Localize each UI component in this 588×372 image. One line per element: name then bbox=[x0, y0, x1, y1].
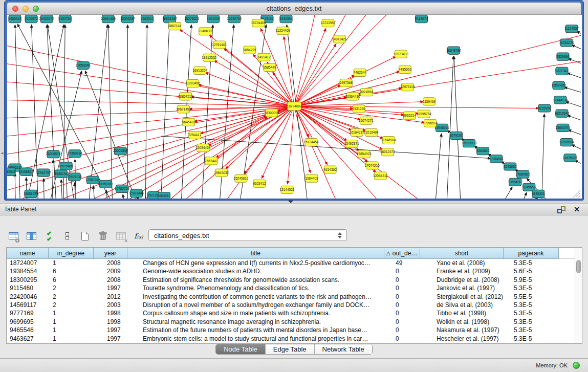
cell-pagerank[interactable]: 5.3E-5 bbox=[504, 318, 559, 326]
cell-short[interactable]: Jankovic et al. (1997) bbox=[420, 284, 504, 292]
cell-name[interactable]: 9465546 bbox=[7, 326, 49, 334]
table-row[interactable]: 1872400712008Changes of HCN gene express… bbox=[7, 259, 582, 267]
graph-node[interactable]: 7462644 bbox=[354, 69, 367, 76]
graph-node[interactable]: 14973421 bbox=[332, 35, 347, 43]
graph-node[interactable]: 8504312 bbox=[158, 192, 171, 199]
graph-node[interactable]: 15232764 bbox=[227, 15, 242, 23]
cell-name[interactable]: 9463627 bbox=[7, 335, 49, 343]
graph-node[interactable]: 10996514 bbox=[423, 119, 438, 127]
graph-node[interactable]: 9862144 bbox=[168, 23, 182, 30]
column-header-year[interactable]: year bbox=[94, 248, 127, 259]
cell-short[interactable]: Dudbridge et al. (2008) bbox=[420, 276, 504, 284]
cell-out_de[interactable]: 0 bbox=[384, 267, 420, 275]
table-row[interactable]: 969969511998Structural magnetic resonanc… bbox=[7, 318, 582, 326]
graph-node[interactable]: 12975115 bbox=[400, 83, 415, 91]
cell-out_de[interactable]: 0 bbox=[384, 284, 420, 292]
cell-out_de[interactable]: 0 bbox=[384, 301, 420, 309]
graph-node[interactable]: 2405572 bbox=[25, 15, 38, 23]
cell-pagerank[interactable]: 5.3E-5 bbox=[504, 309, 559, 317]
cell-title[interactable]: Disruption of a novel member of a sodium… bbox=[127, 301, 384, 309]
graph-node[interactable]: 25206507 bbox=[113, 147, 128, 155]
graph-node[interactable]: 9135421 bbox=[532, 190, 545, 198]
cell-name[interactable]: 18300295 bbox=[7, 276, 49, 284]
graph-node[interactable]: 7485063 bbox=[399, 65, 412, 73]
cell-in_degree[interactable]: 1 bbox=[49, 318, 94, 326]
cell-short[interactable]: Hescheler et al. (1997) bbox=[420, 335, 504, 343]
cell-title[interactable]: Estimation of the future numbers of pati… bbox=[127, 326, 384, 334]
graph-node[interactable]: 15134454 bbox=[304, 139, 319, 146]
column-header-title[interactable]: title bbox=[127, 248, 384, 259]
cell-in_degree[interactable]: 1 bbox=[49, 259, 94, 267]
graph-node[interactable]: 12444134 bbox=[553, 96, 568, 104]
scrollbar-thumb[interactable] bbox=[576, 260, 581, 273]
graph-node[interactable]: 10973493 bbox=[394, 50, 408, 58]
table-row[interactable]: 2242004622012Investigating the contribut… bbox=[7, 293, 582, 301]
graph-node[interactable]: 12093852 bbox=[551, 82, 566, 90]
table-selector-dropdown[interactable]: citations_edges.txt bbox=[148, 229, 347, 241]
graph-node[interactable]: 20807213 bbox=[178, 93, 193, 100]
graph-node[interactable]: 12054311 bbox=[373, 172, 388, 180]
graph-node[interactable]: 26206576 bbox=[46, 150, 61, 158]
cell-name[interactable]: 9777169 bbox=[7, 309, 49, 317]
cell-in_degree[interactable]: 1 bbox=[49, 326, 94, 334]
cell-in_degree[interactable]: 1 bbox=[49, 335, 94, 343]
cell-year[interactable]: 2008 bbox=[94, 259, 127, 267]
graph-node[interactable]: 1654739 bbox=[243, 46, 256, 54]
graph-node[interactable]: 15751074 bbox=[559, 39, 574, 47]
cell-short[interactable]: Wolkin et al. (1998) bbox=[420, 318, 504, 326]
graph-node[interactable]: 9152764 bbox=[59, 15, 72, 23]
graph-node[interactable]: 8679191 bbox=[450, 132, 463, 139]
cell-year[interactable]: 1997 bbox=[94, 335, 127, 343]
cell-year[interactable]: 2012 bbox=[94, 293, 127, 301]
cell-title[interactable]: Structural magnetic resonance image aver… bbox=[127, 318, 384, 326]
graph-node[interactable]: 10984561 bbox=[489, 155, 504, 163]
graph-node[interactable]: 16782759 bbox=[115, 185, 129, 192]
graph-node[interactable]: 9154302 bbox=[323, 166, 337, 173]
graph-node[interactable]: 13958167 bbox=[98, 180, 113, 188]
graph-node[interactable]: 18724007 bbox=[287, 102, 302, 110]
graph-node[interactable]: 15854923 bbox=[357, 150, 372, 158]
table-row[interactable]: 1830029562008Estimation of significance … bbox=[7, 276, 582, 284]
graph-node[interactable]: 16648784 bbox=[446, 47, 461, 54]
cell-name[interactable]: 19384554 bbox=[7, 267, 49, 275]
graph-node[interactable]: 15692971 bbox=[555, 124, 570, 132]
cell-title[interactable]: Tourette syndrome. Phenomenology and cla… bbox=[127, 284, 384, 292]
graph-node[interactable]: 15948566 bbox=[434, 124, 449, 132]
cell-title[interactable]: Genome-wide association studies in ADHD. bbox=[127, 267, 384, 275]
cell-pagerank[interactable]: 5.3E-5 bbox=[504, 259, 559, 267]
graph-node[interactable]: 1159469 bbox=[423, 98, 435, 105]
column-header-name[interactable]: name bbox=[7, 248, 49, 259]
graph-node[interactable]: 9623412 bbox=[253, 180, 266, 187]
cell-out_de[interactable]: 0 bbox=[384, 276, 420, 284]
cell-pagerank[interactable]: 5.9E-5 bbox=[504, 276, 559, 284]
graph-node[interactable]: 13144521 bbox=[280, 186, 295, 193]
graph-node[interactable]: 2240638 bbox=[199, 28, 212, 35]
graph-node[interactable]: 17016504 bbox=[559, 139, 574, 146]
tab-network-table[interactable]: Network Table bbox=[314, 344, 372, 354]
network-canvas[interactable]: 1872400794055132405572205331729152764206… bbox=[7, 15, 582, 199]
network-window-titlebar[interactable]: citations_edges.txt bbox=[7, 3, 581, 15]
graph-node[interactable]: 16164217 bbox=[350, 128, 364, 136]
graph-node[interactable]: 9227342 bbox=[555, 67, 569, 75]
graph-node[interactable]: 10655287 bbox=[162, 15, 177, 23]
graph-node[interactable]: 9405513 bbox=[8, 15, 21, 23]
cell-out_de[interactable]: 0 bbox=[384, 309, 420, 317]
graph-node[interactable]: 12213957 bbox=[321, 19, 336, 27]
graph-node[interactable]: 11124557 bbox=[564, 25, 579, 33]
graph-node[interactable]: 18912532 bbox=[202, 54, 216, 61]
column-header-in_degree[interactable]: in_degree bbox=[49, 248, 94, 259]
cell-out_de[interactable]: 0 bbox=[384, 335, 420, 343]
graph-node[interactable]: 17359934 bbox=[68, 150, 82, 158]
memory-status-icon[interactable] bbox=[573, 362, 580, 369]
cell-year[interactable]: 1998 bbox=[94, 309, 127, 317]
graph-node[interactable]: 20533172 bbox=[39, 15, 54, 23]
table-row[interactable]: 1938455462009Genome-wide association stu… bbox=[7, 267, 582, 275]
graph-node[interactable]: 16210643 bbox=[554, 110, 569, 117]
graph-node[interactable]: 9329966 bbox=[556, 53, 570, 60]
graph-node[interactable]: 16923933 bbox=[462, 140, 476, 147]
cell-year[interactable]: 2003 bbox=[94, 301, 127, 309]
cell-title[interactable]: Changes of HCN gene expression and I(f) … bbox=[127, 259, 384, 267]
cell-name[interactable]: 9699695 bbox=[7, 318, 49, 326]
graph-node[interactable]: 16012471 bbox=[380, 148, 395, 156]
graph-node[interactable]: 15724409 bbox=[251, 19, 266, 27]
